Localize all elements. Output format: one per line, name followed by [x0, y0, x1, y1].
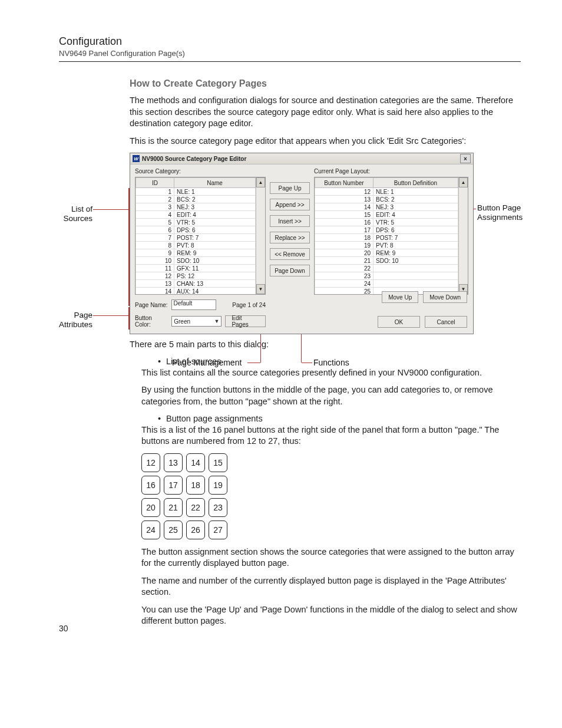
- source-list-grid[interactable]: ID Name 1NLE: 12BCS: 23NEJ: 34EDIT: 45VT…: [135, 177, 266, 295]
- table-row[interactable]: 3NEJ: 3: [136, 203, 256, 211]
- para-page-up-down: You can use the 'Page Up' and 'Page Down…: [141, 604, 521, 627]
- panel-button-cell: 19: [209, 476, 227, 495]
- table-row[interactable]: 5VTR: 5: [136, 219, 256, 226]
- table-row[interactable]: 19PVT: 8: [315, 242, 458, 249]
- panel-button-cell: 17: [164, 476, 183, 495]
- panel-button-cell: 24: [141, 521, 160, 539]
- sub-b2a: This is a list of the 16 panel buttons a…: [141, 424, 521, 447]
- chevron-down-icon: ▼: [214, 318, 219, 324]
- left-scrollbar[interactable]: ▲ ▼: [256, 177, 265, 294]
- annot-button-page-assignments: Button Page Assignments: [477, 203, 523, 222]
- category-page-editor-dialog: W NV9000 Source Category Page Editor × S…: [130, 153, 474, 334]
- table-row[interactable]: 17DPS: 6: [315, 226, 458, 234]
- table-row[interactable]: 13BCS: 2: [315, 196, 458, 203]
- table-row[interactable]: 12NLE: 1: [315, 188, 458, 196]
- button-color-dropdown[interactable]: Green▼: [171, 316, 222, 327]
- replace-button[interactable]: Replace >>: [270, 232, 310, 243]
- para-assignment-desc: The button assignment section shows the …: [141, 546, 521, 569]
- table-row[interactable]: 23: [315, 272, 458, 280]
- current-layout-label: Current Page Layout:: [314, 168, 468, 174]
- col-button-number: Button Number: [315, 178, 373, 188]
- table-row[interactable]: 21SDO: 10: [315, 257, 458, 265]
- col-id: ID: [136, 178, 174, 188]
- scroll-up-icon[interactable]: ▲: [459, 177, 468, 187]
- panel-button-cell: 27: [209, 521, 227, 539]
- annot-page-attributes: Page Attributes: [42, 311, 92, 330]
- panel-button-cell: 15: [209, 453, 227, 472]
- panel-button-cell: 23: [209, 498, 227, 517]
- table-row[interactable]: 14NEJ: 3: [315, 203, 458, 211]
- panel-button-cell: 20: [141, 498, 160, 517]
- sub-b1a: This list contains all the source catego…: [141, 367, 521, 379]
- panel-button-cell: 22: [186, 498, 205, 517]
- page-number: 30: [59, 624, 68, 633]
- page-header-subtitle: NV9649 Panel Configuration Page(s): [59, 49, 521, 58]
- page-name-label: Page Name:: [135, 302, 168, 308]
- table-row[interactable]: 20REM: 9: [315, 249, 458, 257]
- page-header-title: Configuration: [59, 35, 521, 48]
- source-category-label: Source Category:: [135, 168, 266, 174]
- table-row[interactable]: 12PS: 12: [136, 272, 256, 280]
- intro-paragraph-1: The methods and configuration dialogs fo…: [130, 95, 521, 130]
- button-assignment-grid[interactable]: Button Number Button Definition 12NLE: 1…: [314, 177, 468, 295]
- sub-b1b: By using the function buttons in the mid…: [141, 384, 521, 407]
- append-button[interactable]: Append >>: [270, 199, 310, 210]
- app-logo-icon: W: [133, 155, 140, 162]
- bullet-list-of-sources: List of sources: [158, 357, 521, 366]
- section-heading: How to Create Category Pages: [130, 78, 521, 89]
- table-row[interactable]: 6DPS: 6: [136, 226, 256, 234]
- page-of-label: Page 1 of 24: [232, 302, 266, 308]
- remove-button[interactable]: << Remove: [270, 248, 310, 260]
- close-button[interactable]: ×: [460, 154, 471, 163]
- page-up-button[interactable]: Page Up: [270, 182, 310, 194]
- button-number-grid: 12131415161718192021222324252627: [141, 453, 521, 539]
- panel-button-cell: 16: [141, 476, 160, 495]
- scroll-up-icon[interactable]: ▲: [256, 177, 265, 187]
- intro-paragraph-2: This is the source category page editor …: [130, 136, 521, 147]
- para-five-parts: There are 5 main parts to this dialog:: [130, 339, 521, 351]
- right-scrollbar[interactable]: ▲ ▼: [458, 177, 468, 294]
- table-row[interactable]: 7POST: 7: [136, 234, 256, 242]
- move-up-button[interactable]: Move Up: [382, 291, 418, 303]
- table-row[interactable]: 11GFX: 11: [136, 265, 256, 272]
- table-row[interactable]: 10SDO: 10: [136, 257, 256, 265]
- page-name-input[interactable]: Default: [171, 299, 216, 310]
- table-row[interactable]: 2BCS: 2: [136, 196, 256, 203]
- table-row[interactable]: 8PVT: 8: [136, 242, 256, 249]
- panel-button-cell: 13: [164, 453, 183, 472]
- col-name: Name: [174, 178, 256, 188]
- table-row[interactable]: 4EDIT: 4: [136, 211, 256, 219]
- table-row[interactable]: 24: [315, 280, 458, 288]
- table-row[interactable]: 18POST: 7: [315, 234, 458, 242]
- page-down-button[interactable]: Page Down: [270, 265, 310, 276]
- panel-button-cell: 12: [141, 453, 160, 472]
- cancel-button[interactable]: Cancel: [425, 316, 467, 328]
- para-name-number: The name and number of the currently dis…: [141, 575, 521, 598]
- scroll-down-icon[interactable]: ▼: [256, 284, 265, 294]
- panel-button-cell: 25: [164, 521, 183, 539]
- panel-button-cell: 18: [186, 476, 205, 495]
- table-row[interactable]: 16VTR: 5: [315, 219, 458, 226]
- panel-button-cell: 26: [186, 521, 205, 539]
- header-divider: [59, 61, 521, 62]
- button-color-label: Button Color:: [135, 315, 168, 328]
- table-row[interactable]: 13CHAN: 13: [136, 280, 256, 288]
- editor-figure: List of Sources Page Attributes Button P…: [95, 153, 521, 334]
- table-row[interactable]: 1NLE: 1: [136, 188, 256, 196]
- panel-button-cell: 14: [186, 453, 205, 472]
- bullet-button-page-assignments: Button page assignments: [158, 414, 521, 423]
- edit-pages-button[interactable]: Edit Pages: [225, 315, 266, 327]
- ok-button[interactable]: OK: [378, 316, 420, 328]
- table-row[interactable]: 22: [315, 265, 458, 272]
- move-down-button[interactable]: Move Down: [423, 291, 467, 303]
- col-button-definition: Button Definition: [373, 178, 458, 188]
- panel-button-cell: 21: [164, 498, 183, 517]
- dialog-title: NV9000 Source Category Page Editor: [142, 156, 460, 162]
- annot-list-of-sources: List of Sources: [60, 205, 92, 223]
- insert-button[interactable]: Insert >>: [270, 215, 310, 227]
- table-row[interactable]: 14AUX: 14: [136, 288, 256, 295]
- table-row[interactable]: 15EDIT: 4: [315, 211, 458, 219]
- table-row[interactable]: 9REM: 9: [136, 249, 256, 257]
